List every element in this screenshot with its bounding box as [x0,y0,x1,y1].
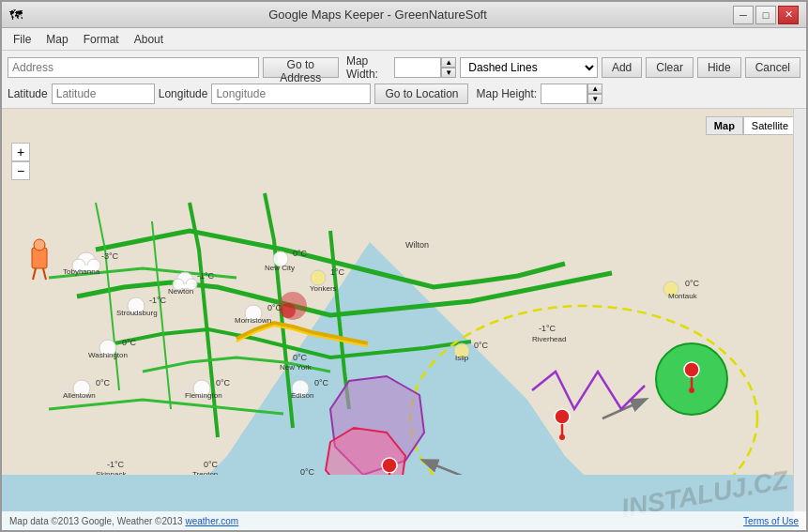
map-height-down[interactable]: ▼ [587,94,602,104]
svg-text:New City: New City [265,264,295,272]
menu-format[interactable]: Format [76,31,127,48]
svg-point-5 [281,303,296,318]
line-style-dropdown[interactable]: Dashed Lines Solid Lines Dotted Lines [460,57,598,78]
svg-text:-1°C: -1°C [539,324,556,333]
menu-bar: File Map Format About [2,28,806,51]
svg-point-81 [555,409,570,424]
map-svg: -3°C Tobyhanna -1°C Newton -1°C Stroudsb… [2,109,797,475]
weather-link[interactable]: weather.com [185,516,238,526]
main-window: 🗺 Google Maps Keeper - GreenNatureSoft ─… [0,0,808,532]
svg-point-78 [684,362,699,377]
map-width-label: Map Width: [346,54,390,81]
toolbar-row-1: Go to Address Map Width: 800 ▲ ▼ Dashed … [8,54,800,81]
svg-point-29 [311,270,326,285]
map-height-spinner: 400 ▲ ▼ [541,84,602,104]
svg-text:Edison: Edison [291,391,313,400]
goto-location-button[interactable]: Go to Location [374,84,468,104]
close-button[interactable]: ✕ [778,6,799,24]
svg-text:0°C: 0°C [293,353,308,362]
map-width-up[interactable]: ▲ [441,57,456,68]
hide-button[interactable]: Hide [697,57,741,78]
svg-text:0°C: 0°C [96,378,111,388]
svg-text:-1°C: -1°C [149,296,167,305]
map-footer: Map data ©2013 Google, Weather ©2013 wea… [2,511,806,530]
map-height-spinner-buttons: ▲ ▼ [587,84,602,104]
svg-text:Wilton: Wilton [405,240,429,250]
clear-button[interactable]: Clear [646,57,694,78]
map-width-spinner-buttons: ▲ ▼ [441,57,456,78]
svg-text:Newton: Newton [168,287,193,296]
longitude-input[interactable] [211,84,371,104]
svg-text:Stroudsburg: Stroudsburg [116,309,158,317]
menu-about[interactable]: About [127,31,171,48]
svg-text:Tobyhanna: Tobyhanna [63,267,100,276]
map-width-input[interactable]: 800 [394,57,441,78]
svg-text:0°C: 0°C [122,338,137,347]
zoom-controls: + − [11,143,30,180]
svg-text:0°C: 0°C [293,249,308,258]
svg-text:Flemington: Flemington [185,391,222,400]
svg-point-80 [689,388,694,393]
longitude-label: Longitude [159,87,208,100]
svg-text:-1°C: -1°C [107,460,125,469]
goto-address-button[interactable]: Go to Address [263,57,339,78]
svg-text:-1°C: -1°C [197,271,215,281]
map-scrollbar[interactable] [793,109,806,530]
svg-text:Islip: Islip [455,354,469,362]
map-type-map-button[interactable]: Map [706,116,743,135]
svg-text:0°C: 0°C [216,378,231,388]
svg-point-83 [559,434,565,440]
svg-text:New York: New York [280,363,313,372]
toolbar-row-2: Latitude Longitude Go to Location Map He… [8,84,800,104]
window-title: Google Maps Keeper - GreenNatureSoft [23,8,733,22]
map-width-spinner: 800 ▲ ▼ [394,57,456,78]
svg-text:0°C: 0°C [267,303,282,312]
add-button[interactable]: Add [602,57,642,78]
menu-file[interactable]: File [6,31,38,48]
toolbar: Go to Address Map Width: 800 ▲ ▼ Dashed … [2,51,806,109]
minimize-button[interactable]: ─ [733,6,754,24]
restore-button[interactable]: □ [755,6,776,24]
svg-text:Washington: Washington [88,351,128,359]
svg-text:1°C: 1°C [330,267,345,277]
map-width-down[interactable]: ▼ [441,68,456,78]
map-type-satellite-button[interactable]: Satellite [743,116,797,135]
svg-text:Allentown: Allentown [63,391,96,400]
map-copyright: Map data ©2013 Google, Weather ©2013 wea… [9,516,238,526]
svg-text:Skippack: Skippack [96,470,127,475]
svg-point-84 [382,458,397,473]
svg-text:Yonkers: Yonkers [310,284,337,293]
latitude-input[interactable] [52,84,155,104]
svg-text:-3°C: -3°C [101,251,119,261]
map-height-label: Map Height: [476,87,537,100]
svg-text:Morristown: Morristown [235,316,271,325]
title-bar: 🗺 Google Maps Keeper - GreenNatureSoft ─… [2,2,806,28]
menu-map[interactable]: Map [38,31,75,48]
map-height-up[interactable]: ▲ [587,84,602,94]
svg-text:Riverhead: Riverhead [532,335,566,343]
svg-text:0°C: 0°C [474,341,489,350]
svg-text:0°C: 0°C [300,467,315,475]
address-input[interactable] [8,57,259,78]
map-type-controls: Map Satellite [706,116,797,135]
map-height-input[interactable]: 400 [541,84,587,104]
zoom-out-button[interactable]: − [11,161,30,180]
svg-text:0°C: 0°C [314,378,329,388]
svg-text:Montauk: Montauk [668,292,698,300]
svg-text:Trenton: Trenton [192,470,218,475]
cancel-button[interactable]: Cancel [745,57,800,78]
svg-point-91 [34,239,45,251]
map-container[interactable]: -3°C Tobyhanna -1°C Newton -1°C Stroudsb… [2,109,806,530]
window-icon: 🗺 [9,8,23,23]
svg-text:0°C: 0°C [204,460,219,469]
latitude-label: Latitude [8,87,48,100]
title-bar-buttons: ─ □ ✕ [733,6,799,24]
svg-text:0°C: 0°C [685,279,700,288]
zoom-in-button[interactable]: + [11,143,30,161]
map-terms[interactable]: Terms of Use [743,516,799,526]
